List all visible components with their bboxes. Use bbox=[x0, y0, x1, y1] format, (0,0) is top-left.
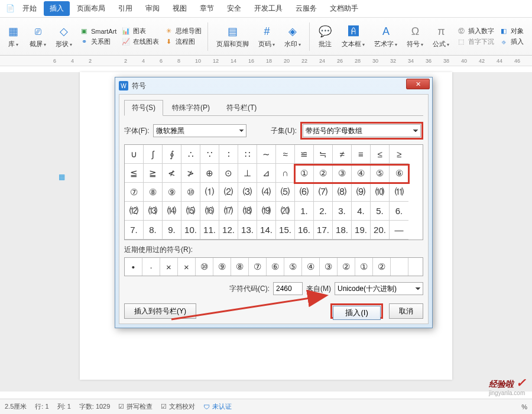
ribbon-textbox[interactable]: 🅰 文本框▾ bbox=[339, 23, 367, 50]
tab-insert[interactable]: 插入 bbox=[44, 1, 70, 16]
ribbon-header-footer[interactable]: ▤ 页眉和页脚 bbox=[214, 23, 251, 50]
recent-symbol-cell[interactable] bbox=[391, 258, 408, 276]
symbol-cell[interactable]: ⒆ bbox=[257, 202, 276, 221]
recent-symbol-cell[interactable]: ⑧ bbox=[231, 258, 249, 276]
symbol-cell[interactable]: 4. bbox=[352, 202, 371, 221]
tab-cloud[interactable]: 云服务 bbox=[290, 1, 323, 16]
recent-symbol-cell[interactable]: ⑨ bbox=[213, 258, 231, 276]
ribbon-insert-number[interactable]: ⑫插入数字 bbox=[456, 27, 494, 36]
symbol-cell[interactable]: ≦ bbox=[125, 164, 144, 183]
ribbon-insert[interactable]: ⎆插入 bbox=[499, 37, 524, 47]
tab-special[interactable]: 特殊字符(P) bbox=[164, 100, 218, 116]
symbol-cell[interactable]: 17. bbox=[314, 221, 333, 240]
status-words[interactable]: 字数: 1029 bbox=[79, 402, 111, 411]
font-select[interactable]: 微软雅黑 bbox=[153, 124, 246, 137]
tab-view[interactable]: 视图 bbox=[167, 1, 193, 16]
symbol-cell[interactable]: 13. bbox=[238, 221, 257, 240]
symbol-cell[interactable]: ≌ bbox=[295, 145, 314, 164]
status-proof[interactable]: ☑文档校对 bbox=[161, 402, 195, 411]
symbol-cell[interactable]: 18. bbox=[333, 221, 352, 240]
recent-symbol-cell[interactable]: ② bbox=[338, 258, 355, 276]
symbol-cell[interactable]: 20. bbox=[371, 221, 390, 240]
status-zoom[interactable]: % bbox=[521, 403, 527, 410]
tab-reference[interactable]: 引用 bbox=[112, 1, 138, 16]
tab-developer[interactable]: 开发工具 bbox=[248, 1, 288, 16]
symbol-cell[interactable]: ≒ bbox=[314, 145, 333, 164]
symbol-cell[interactable]: ⑴ bbox=[200, 183, 219, 202]
symbol-cell[interactable]: ⑤ bbox=[371, 164, 390, 183]
recent-symbol-cell[interactable]: ⑩ bbox=[196, 258, 213, 276]
symbol-cell[interactable]: ⑻ bbox=[333, 183, 352, 202]
recent-symbol-cell[interactable]: ⑦ bbox=[249, 258, 267, 276]
symbol-cell[interactable]: ⑷ bbox=[257, 183, 276, 202]
symbol-cell[interactable]: ∫ bbox=[144, 145, 163, 164]
tab-symbol-bar[interactable]: 符号栏(T) bbox=[219, 100, 264, 116]
ribbon-online-chart[interactable]: 📈在线图表 bbox=[121, 37, 159, 47]
file-icon[interactable]: 📄 bbox=[6, 4, 15, 14]
subset-select[interactable]: 带括号的字母数组 bbox=[303, 124, 421, 137]
recent-symbol-cell[interactable]: × bbox=[178, 258, 196, 276]
ribbon-screenshot[interactable]: ⎚ 截屏▾ bbox=[27, 23, 48, 50]
symbol-cell[interactable]: ② bbox=[314, 164, 333, 183]
symbol-cell[interactable]: ∷ bbox=[238, 145, 257, 164]
ribbon-smartart[interactable]: ▣SmartArt bbox=[79, 27, 116, 36]
status-auth[interactable]: 🛡未认证 bbox=[203, 402, 232, 411]
symbol-cell[interactable]: 1. bbox=[295, 202, 314, 221]
symbol-cell[interactable]: ≤ bbox=[371, 145, 390, 164]
tab-helper[interactable]: 文档助手 bbox=[324, 1, 364, 16]
symbol-cell[interactable]: 2. bbox=[314, 202, 333, 221]
symbol-cell[interactable]: ≡ bbox=[352, 145, 371, 164]
symbol-cell[interactable]: ∶ bbox=[219, 145, 238, 164]
symbol-cell[interactable]: ⒅ bbox=[238, 202, 257, 221]
symbol-cell[interactable]: 3. bbox=[333, 202, 352, 221]
recent-symbol-cell[interactable]: • bbox=[125, 258, 142, 276]
symbol-cell[interactable]: 7. bbox=[125, 221, 144, 240]
symbol-cell[interactable]: ④ bbox=[352, 164, 371, 183]
status-spell[interactable]: ☑拼写检查 bbox=[118, 402, 153, 411]
symbol-cell[interactable]: ⒀ bbox=[144, 202, 163, 221]
ribbon-wordart[interactable]: A 艺术字▾ bbox=[372, 23, 400, 50]
symbol-cell[interactable]: ③ bbox=[333, 164, 352, 183]
symbol-cell[interactable]: ⒄ bbox=[219, 202, 238, 221]
ribbon-object[interactable]: ◧对象 bbox=[499, 27, 524, 36]
symbol-cell[interactable]: ⑦ bbox=[125, 183, 144, 202]
symbol-cell[interactable]: ∩ bbox=[276, 164, 295, 183]
symbol-cell[interactable]: 9. bbox=[163, 221, 181, 240]
ribbon-equation[interactable]: π 公式▾ bbox=[430, 23, 452, 50]
symbol-cell[interactable]: ∪ bbox=[125, 145, 144, 164]
insert-button[interactable]: 插入(I) bbox=[333, 306, 381, 320]
symbol-cell[interactable]: 12. bbox=[219, 221, 238, 240]
symbol-cell[interactable]: ⒇ bbox=[276, 202, 295, 221]
symbol-cell[interactable]: ⑹ bbox=[295, 183, 314, 202]
symbol-cell[interactable]: ⑽ bbox=[371, 183, 390, 202]
ribbon-mindmap[interactable]: ✳思维导图 bbox=[164, 27, 202, 36]
symbol-cell[interactable]: 16. bbox=[295, 221, 314, 240]
symbol-cell[interactable]: ≧ bbox=[144, 164, 163, 183]
symbol-cell[interactable]: 8. bbox=[144, 221, 163, 240]
ribbon-chart[interactable]: 📊图表 bbox=[121, 27, 159, 36]
symbol-cell[interactable]: 14. bbox=[257, 221, 276, 240]
symbol-cell[interactable]: ⒃ bbox=[200, 202, 219, 221]
symbol-cell[interactable]: 19. bbox=[352, 221, 371, 240]
symbol-cell[interactable]: ⑼ bbox=[352, 183, 371, 202]
symbol-cell[interactable]: ∮ bbox=[163, 145, 181, 164]
symbol-cell[interactable]: ⊕ bbox=[200, 164, 219, 183]
symbol-cell[interactable]: 10. bbox=[181, 221, 200, 240]
symbol-cell[interactable]: 5. bbox=[371, 202, 390, 221]
ribbon-watermark[interactable]: ◈ 水印▾ bbox=[282, 23, 303, 50]
tab-section[interactable]: 章节 bbox=[194, 1, 220, 16]
symbol-cell[interactable]: ⊥ bbox=[238, 164, 257, 183]
tab-layout[interactable]: 页面布局 bbox=[71, 1, 111, 16]
symbol-cell[interactable]: ≥ bbox=[390, 145, 408, 164]
symbol-cell[interactable]: ⑶ bbox=[238, 183, 257, 202]
symbol-cell[interactable]: ⊙ bbox=[219, 164, 238, 183]
symbol-cell[interactable]: ⑥ bbox=[390, 164, 408, 183]
recent-symbol-cell[interactable]: ⑥ bbox=[267, 258, 284, 276]
symbol-cell[interactable]: ① bbox=[295, 164, 314, 183]
symbol-cell[interactable]: ≈ bbox=[276, 145, 295, 164]
symbol-cell[interactable]: ⑺ bbox=[314, 183, 333, 202]
symbol-cell[interactable]: ⒂ bbox=[181, 202, 200, 221]
tab-start[interactable]: 开始 bbox=[17, 1, 43, 16]
symbol-cell[interactable]: 6. bbox=[390, 202, 408, 221]
symbol-cell[interactable]: ⑨ bbox=[163, 183, 181, 202]
